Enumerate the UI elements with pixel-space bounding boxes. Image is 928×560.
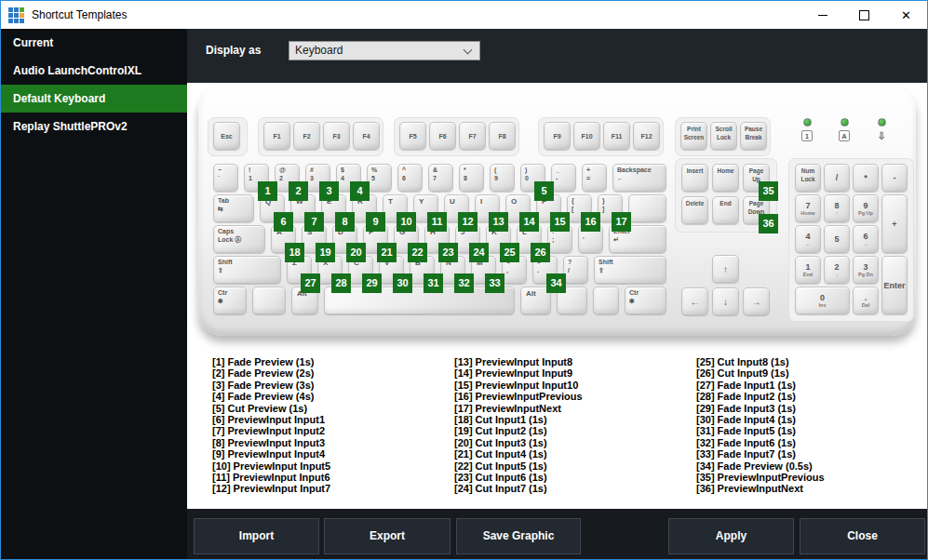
- key-arrow-up[interactable]: ↑: [712, 255, 739, 283]
- numpad-key-blank[interactable]: *: [853, 164, 879, 192]
- numpad-key-8[interactable]: 8↑: [824, 194, 850, 222]
- footer-button-apply[interactable]: Apply: [668, 518, 794, 554]
- key-5[interactable]: %5: [367, 164, 392, 192]
- window-title: Shortcut Templates: [32, 8, 128, 21]
- shortcut-list-item: [31] Fade Input5 (1s): [696, 425, 928, 436]
- display-as-select[interactable]: Keyboard: [289, 41, 480, 60]
- key-f12[interactable]: F12: [633, 122, 660, 150]
- footer-button-export[interactable]: Export: [324, 518, 451, 554]
- key-label: ': [583, 236, 585, 245]
- key-3[interactable]: #33: [305, 164, 330, 192]
- key-1[interactable]: !11: [244, 164, 269, 192]
- key-label: ←: [617, 175, 624, 183]
- key-t[interactable]: T10: [383, 194, 408, 222]
- key-blank[interactable]: ?/: [563, 256, 588, 284]
- numpad-key-0[interactable]: 0Ins: [795, 287, 850, 314]
- key-blank[interactable]: [252, 287, 286, 314]
- numpad-key-enter[interactable]: Enter: [881, 256, 908, 314]
- shortcut-badge-32: 32: [454, 273, 474, 293]
- sidebar-item-default-keyboard[interactable]: Default Keyboard: [1, 85, 187, 113]
- key-home[interactable]: Home: [712, 164, 739, 192]
- key-8[interactable]: *8: [459, 164, 484, 192]
- key-blank[interactable]: +=: [582, 164, 607, 192]
- numpad-key-3[interactable]: 3Pg Dn: [853, 256, 879, 284]
- key-u[interactable]: U12: [444, 194, 469, 222]
- numpad-key-blank[interactable]: +: [881, 194, 908, 253]
- numpad-key-1[interactable]: 1End: [795, 256, 821, 284]
- key-y[interactable]: Y11: [413, 194, 438, 222]
- key-blank[interactable]: }]17: [598, 194, 623, 222]
- key-esc[interactable]: Esc: [213, 122, 240, 150]
- close-button[interactable]: ✕: [885, 1, 927, 29]
- numpad-key-2[interactable]: 2↓: [824, 256, 850, 284]
- key-2[interactable]: @22: [275, 164, 300, 192]
- key-label: 2: [279, 175, 283, 183]
- key-f7[interactable]: F7: [459, 122, 486, 150]
- scroll-lock-led-icon: ⇩: [876, 130, 887, 141]
- key-blank[interactable]: Tab⇆: [213, 194, 254, 222]
- numpad-key-6[interactable]: 6→: [853, 225, 879, 253]
- key-7[interactable]: &7: [428, 164, 453, 192]
- numpad-key-9[interactable]: 9Pg Up: [853, 194, 879, 222]
- key-6[interactable]: ^6: [397, 164, 423, 192]
- key-4[interactable]: $44: [336, 164, 361, 192]
- key-arrow-left[interactable]: ←: [681, 287, 708, 315]
- header-band: Display as Keyboard: [187, 29, 928, 83]
- sidebar-item-current[interactable]: Current: [1, 29, 187, 57]
- maximize-button[interactable]: [843, 1, 885, 29]
- key-blank[interactable]: Backspace←: [612, 164, 666, 192]
- key-blank[interactable]: Ctr✱: [625, 287, 666, 314]
- key-f4[interactable]: F4: [353, 122, 380, 150]
- key-blank[interactable]: ~`: [213, 164, 238, 192]
- key-lock[interactable]: ScrollLock: [710, 122, 737, 150]
- numpad-key-blank[interactable]: /: [824, 164, 850, 192]
- key-insert[interactable]: Insert: [681, 164, 708, 192]
- numpad-key-7[interactable]: 7Home: [795, 194, 821, 222]
- key-f6[interactable]: F6: [429, 122, 456, 150]
- key-i[interactable]: I13: [475, 194, 500, 222]
- key-blank[interactable]: _-: [551, 164, 576, 192]
- shortcut-list-item: [21] Cut Input4 (1s): [454, 448, 692, 460]
- key-f11[interactable]: F11: [603, 122, 630, 150]
- key-f5[interactable]: F5: [399, 122, 426, 150]
- numpad-key-blank[interactable]: .Del: [853, 287, 879, 314]
- key-f10[interactable]: F10: [573, 122, 600, 150]
- sidebar-item-audio-launchcontrolxl[interactable]: Audio LaunchControlXL: [1, 57, 187, 85]
- key-blank[interactable]: {[16: [567, 194, 592, 222]
- key-up[interactable]: PageUp35: [743, 164, 770, 192]
- sidebar-item-replay-shuttleprov2[interactable]: Replay ShuttlePROv2: [1, 113, 187, 140]
- keyboard-row-2: Tab⇆Q6W7E8R9T10Y11U12I13O14P15{[16}]17: [213, 194, 666, 222]
- footer-button-import[interactable]: Import: [194, 518, 319, 554]
- key-blank[interactable]: [628, 194, 666, 222]
- key-blank[interactable]: Shift⇧: [213, 256, 281, 284]
- key-label: F9: [553, 133, 560, 140]
- key-f8[interactable]: F8: [489, 122, 516, 150]
- key-blank[interactable]: [593, 287, 619, 314]
- key-9[interactable]: (9: [490, 164, 515, 192]
- footer-button-save-graphic[interactable]: Save Graphic: [456, 518, 581, 554]
- key-label: ✱: [218, 298, 223, 306]
- key-o[interactable]: O14: [505, 194, 531, 222]
- key-f2[interactable]: F2: [293, 122, 320, 150]
- key-f1[interactable]: F1: [263, 122, 290, 150]
- key-f9[interactable]: F9: [544, 122, 571, 150]
- key-lock[interactable]: CapsLock Ⓐ: [213, 225, 265, 253]
- footer-button-close[interactable]: Close: [800, 518, 925, 554]
- key-label: -: [556, 175, 558, 183]
- numpad-key-blank[interactable]: -: [881, 164, 908, 192]
- key-screen[interactable]: PrintScreen: [680, 122, 707, 150]
- key-label: Esc: [221, 133, 232, 140]
- key-end[interactable]: End: [712, 196, 739, 224]
- key-f3[interactable]: F3: [323, 122, 350, 150]
- key-arrow-down[interactable]: ↓: [712, 287, 739, 315]
- key-break[interactable]: PauseBreak: [740, 122, 767, 150]
- key-delete[interactable]: Delete: [681, 196, 708, 224]
- numpad-key-4[interactable]: 4←: [795, 225, 821, 253]
- minimize-button[interactable]: [801, 1, 843, 29]
- key-0[interactable]: )05: [520, 164, 545, 192]
- key-blank[interactable]: Shift⇧: [594, 256, 666, 284]
- key-arrow-right[interactable]: →: [743, 287, 770, 315]
- numpad-key-5[interactable]: 5: [824, 225, 850, 253]
- numpad-key-num[interactable]: NumLock: [795, 164, 821, 192]
- key-blank[interactable]: Ctr✱: [213, 287, 247, 314]
